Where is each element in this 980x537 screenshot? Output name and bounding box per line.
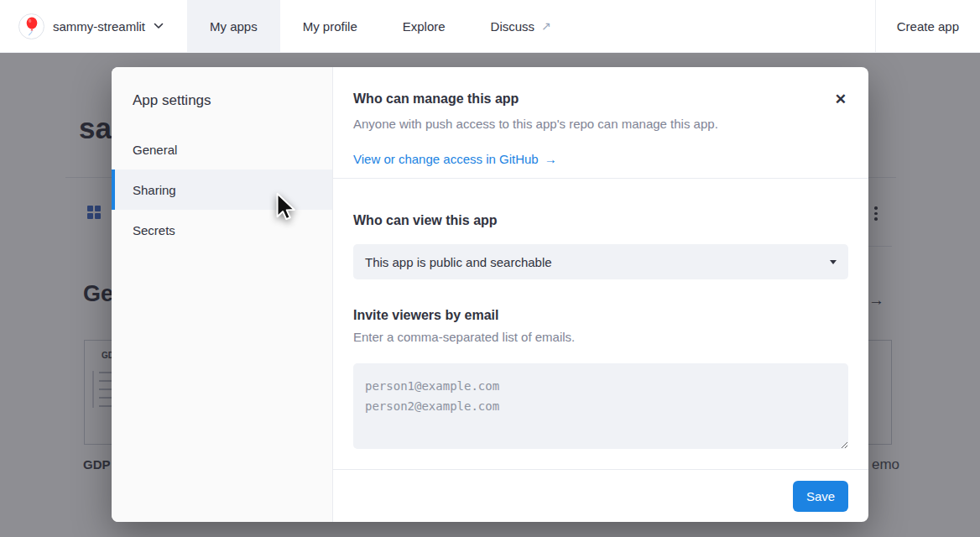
settings-content: Who can manage this app Anyone with push… <box>333 67 868 522</box>
sidebar-item-label: Sharing <box>133 183 176 197</box>
chevron-down-icon <box>154 23 164 29</box>
invite-emails-textarea[interactable] <box>353 363 848 449</box>
manage-section: Who can manage this app Anyone with push… <box>333 67 868 178</box>
workspace-name: sammy-streamlit <box>53 19 145 34</box>
nav-tab-my-profile[interactable]: My profile <box>280 0 380 52</box>
top-nav: sammy-streamlit My apps My profile Explo… <box>0 0 980 53</box>
manage-heading: Who can manage this app <box>353 91 848 107</box>
workspace-avatar <box>18 13 44 39</box>
save-button[interactable]: Save <box>793 481 848 512</box>
create-app-button[interactable]: Create app <box>876 0 980 52</box>
sidebar-item-label: Secrets <box>133 223 175 237</box>
nav-tab-my-apps[interactable]: My apps <box>187 0 280 52</box>
github-access-link[interactable]: View or change access in GitHub → <box>353 151 557 168</box>
nav-tab-discuss[interactable]: Discuss ↗ <box>468 0 574 52</box>
nav-tab-label: My profile <box>303 19 357 34</box>
workspace-selector[interactable]: sammy-streamlit <box>0 0 187 52</box>
sidebar-item-general[interactable]: General <box>112 129 332 169</box>
github-access-link-label: View or change access in GitHub <box>353 151 539 168</box>
screen: sammy-streamlit My apps My profile Explo… <box>0 0 980 537</box>
visibility-dropdown[interactable]: This app is public and searchable <box>353 244 848 279</box>
nav-tab-explore[interactable]: Explore <box>380 0 468 52</box>
balloon-icon <box>24 17 39 36</box>
visibility-dropdown-value: This app is public and searchable <box>365 255 552 269</box>
nav-tab-label: My apps <box>210 19 258 34</box>
view-heading: Who can view this app <box>353 212 848 229</box>
nav-tab-label: Discuss <box>491 19 535 34</box>
view-section: Who can view this app This app is public… <box>333 179 868 449</box>
invite-description: Enter a comma-separated list of emails. <box>353 329 848 346</box>
nav-tab-label: Explore <box>403 19 446 34</box>
settings-sidebar: App settings General Sharing Secrets <box>112 67 333 522</box>
sidebar-item-sharing[interactable]: Sharing <box>112 169 332 210</box>
create-app-label: Create app <box>897 19 959 34</box>
chevron-down-icon <box>830 260 837 264</box>
manage-description: Anyone with push access to this app's re… <box>353 116 848 133</box>
sidebar-item-secrets[interactable]: Secrets <box>112 210 332 250</box>
nav-spacer <box>574 0 875 52</box>
modal-footer: Save <box>333 469 868 522</box>
arrow-right-icon: → <box>545 151 557 168</box>
app-settings-modal: App settings General Sharing Secrets Who… <box>112 67 868 522</box>
external-link-icon: ↗ <box>541 19 551 33</box>
close-icon[interactable]: ✕ <box>835 92 847 107</box>
modal-title: App settings <box>133 92 332 109</box>
sidebar-item-label: General <box>133 143 177 157</box>
invite-heading: Invite viewers by email <box>353 307 848 324</box>
